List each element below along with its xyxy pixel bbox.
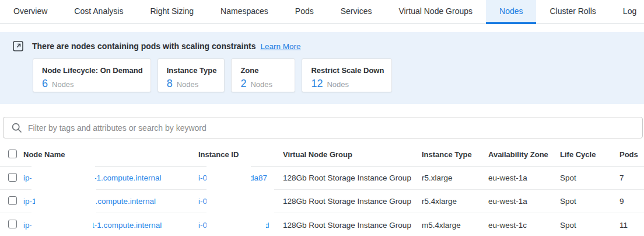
card-count: 12	[311, 78, 323, 90]
instance-type-cell: r5.4xlarge	[422, 190, 488, 213]
column-header-virtual-node-group: Virtual Node Group	[283, 143, 422, 166]
card-unit: Nodes	[52, 80, 74, 89]
card-value: 2 Nodes	[240, 78, 287, 90]
redaction-box	[32, 212, 93, 236]
column-header-pods: Pods	[620, 143, 644, 166]
lifecycle-cell: Spot	[560, 213, 620, 236]
card-title: Restrict Scale Down	[311, 66, 384, 75]
cluster-nodes-page: Overview Cost Analysis Right Sizing Name…	[0, 0, 644, 236]
column-header-instance-type: Instance Type	[422, 143, 488, 166]
card-zone[interactable]: Zone 2 Nodes	[231, 58, 295, 92]
column-header-instance-id: Instance ID	[198, 143, 283, 166]
table-row[interactable]: ip--1.compute.internal i-0da87 128Gb Roo…	[0, 166, 644, 190]
constraint-summary-cards: Node Lifecycle: On Demand 6 Nodes Instan…	[33, 58, 644, 92]
node-name-cell: ip--1.compute.internal	[23, 166, 198, 190]
instance-id-link[interactable]: i-0	[198, 197, 207, 206]
table-header-row: Node Name Instance ID Virtual Node Group…	[0, 143, 644, 166]
table-row[interactable]: ip-1.compute.internal i-0 128Gb Root Sto…	[0, 190, 644, 213]
virtual-node-group-cell: 128Gb Root Storage Instance Group	[283, 190, 422, 213]
pods-cell: 7	[620, 166, 644, 190]
card-count: 8	[167, 78, 173, 90]
scale-up-icon	[13, 41, 23, 51]
instance-type-cell: r5.xlarge	[422, 166, 488, 190]
card-node-lifecycle[interactable]: Node Lifecycle: On Demand 6 Nodes	[33, 58, 151, 92]
pods-cell: 9	[620, 190, 644, 213]
row-checkbox[interactable]	[8, 173, 17, 182]
virtual-node-group-cell: 128Gb Root Storage Instance Group	[283, 166, 422, 190]
card-restrict-scale-down[interactable]: Restrict Scale Down 12 Nodes	[302, 58, 392, 92]
availability-zone-cell: eu-west-1a	[488, 190, 560, 213]
redaction-box	[206, 165, 251, 191]
card-title: Node Lifecycle: On Demand	[42, 66, 143, 75]
row-checkbox[interactable]	[8, 196, 17, 205]
card-unit: Nodes	[177, 80, 199, 89]
tab-cost-analysis[interactable]: Cost Analysis	[61, 0, 136, 24]
row-checkbox[interactable]	[8, 220, 17, 228]
learn-more-link[interactable]: Learn More	[261, 42, 301, 51]
instance-type-cell: m5.4xlarge	[422, 213, 488, 236]
select-all-checkbox[interactable]	[8, 150, 17, 158]
lifecycle-cell: Spot	[560, 190, 620, 213]
availability-zone-cell: eu-west-1a	[488, 166, 560, 190]
instance-id-cell: i-0da87	[198, 166, 283, 190]
scaling-constraints-banner: There are nodes containing pods with sca…	[0, 32, 644, 104]
tab-cluster-rolls[interactable]: Cluster Rolls	[536, 0, 609, 24]
tab-right-sizing[interactable]: Right Sizing	[136, 0, 207, 24]
tab-virtual-node-groups[interactable]: Virtual Node Groups	[385, 0, 486, 24]
card-unit: Nodes	[250, 80, 272, 89]
tab-bar: Overview Cost Analysis Right Sizing Name…	[0, 0, 644, 24]
tab-overview[interactable]: Overview	[0, 0, 61, 24]
node-name-cell: ip-t-1.compute.internal	[23, 213, 198, 236]
lifecycle-cell: Spot	[560, 166, 620, 190]
tab-nodes[interactable]: Nodes	[486, 0, 536, 24]
card-count: 2	[240, 78, 246, 90]
card-value: 8 Nodes	[167, 78, 217, 90]
instance-id-cell: i-0	[198, 190, 283, 213]
card-unit: Nodes	[327, 80, 349, 89]
virtual-node-group-cell: 128Gb Root Storage Instance Group	[283, 213, 422, 236]
tab-pods[interactable]: Pods	[282, 0, 327, 24]
redaction-box	[206, 189, 274, 214]
nodes-table: Node Name Instance ID Virtual Node Group…	[0, 143, 644, 236]
card-title: Zone	[240, 66, 287, 75]
redaction-box	[206, 212, 266, 236]
filter-search-box	[3, 117, 643, 138]
banner-message-row: There are nodes containing pods with sca…	[0, 40, 644, 53]
search-input[interactable]	[4, 117, 642, 138]
column-header-life-cycle: Life Cycle	[560, 143, 620, 166]
column-header-availability-zone: Availability Zone	[488, 143, 560, 166]
card-value: 6 Nodes	[42, 78, 143, 90]
tab-namespaces[interactable]: Namespaces	[207, 0, 282, 24]
card-count: 6	[42, 78, 48, 90]
tab-services[interactable]: Services	[327, 0, 386, 24]
instance-id-cell: i-0d	[198, 213, 283, 236]
column-header-node-name: Node Name	[23, 143, 198, 166]
card-title: Instance Type	[167, 66, 217, 75]
card-instance-type[interactable]: Instance Type 8 Nodes	[158, 58, 225, 92]
redaction-box	[35, 189, 96, 214]
card-value: 12 Nodes	[311, 78, 384, 90]
pods-cell: 11	[620, 213, 644, 236]
search-icon	[11, 122, 23, 134]
tab-log[interactable]: Log	[610, 0, 644, 24]
banner-message: There are nodes containing pods with sca…	[32, 41, 256, 51]
redaction-box	[32, 165, 95, 191]
availability-zone-cell: eu-west-1c	[488, 213, 560, 236]
node-name-cell: ip-1.compute.internal	[23, 190, 198, 213]
table-row[interactable]: ip-t-1.compute.internal i-0d 128Gb Root …	[0, 213, 644, 236]
